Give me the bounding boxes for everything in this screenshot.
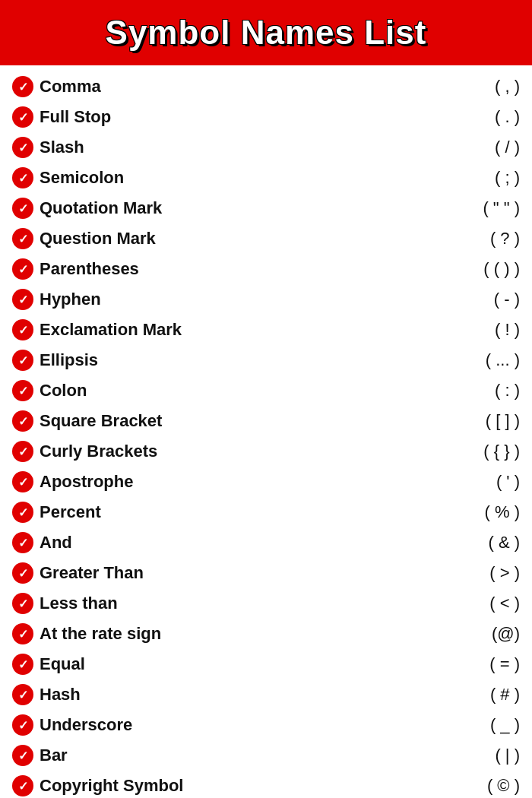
list-item: Hyphen( - ): [12, 284, 520, 315]
symbol-value: ( " " ): [429, 198, 520, 218]
check-icon: [12, 167, 33, 188]
check-icon: [12, 745, 33, 766]
symbol-name: Hash: [40, 685, 429, 705]
symbol-value: ( = ): [429, 654, 520, 674]
symbol-name: Percent: [40, 502, 429, 522]
symbol-value: ( / ): [429, 138, 520, 157]
check-icon: [12, 654, 33, 675]
symbol-list: Comma( , )Full Stop( . )Slash( / )Semico…: [0, 65, 532, 798]
symbol-value: ( , ): [429, 77, 520, 97]
symbol-value: (@): [429, 624, 520, 644]
list-item: Full Stop( . ): [12, 102, 520, 132]
list-item: Hash( # ): [12, 679, 520, 710]
list-item: Square Bracket( [ ] ): [12, 406, 520, 436]
page-title: Symbol Names List: [12, 14, 520, 52]
symbol-value: ( & ): [429, 533, 520, 553]
symbol-name: Equal: [40, 654, 429, 674]
check-icon: [12, 471, 33, 492]
list-item: Slash( / ): [12, 132, 520, 163]
symbol-name: Ellipsis: [40, 350, 429, 370]
check-icon: [12, 410, 33, 432]
list-item: Comma( , ): [12, 71, 520, 102]
check-icon: [12, 775, 33, 796]
symbol-value: ( ( ) ): [429, 259, 520, 279]
symbol-name: Underscore: [40, 715, 429, 735]
symbol-name: Semicolon: [40, 168, 429, 188]
check-icon: [12, 350, 33, 371]
list-item: Bar( | ): [12, 740, 520, 771]
check-icon: [12, 684, 33, 705]
check-icon: [12, 532, 33, 553]
list-item: Apostrophe( ' ): [12, 467, 520, 497]
symbol-value: ( ... ): [429, 350, 520, 370]
check-icon: [12, 623, 33, 644]
check-icon: [12, 289, 33, 310]
symbol-name: Exclamation Mark: [40, 320, 429, 340]
list-item: At the rate sign(@): [12, 619, 520, 649]
list-item: Exclamation Mark( ! ): [12, 315, 520, 345]
symbol-value: ( : ): [429, 381, 520, 401]
symbol-value: ( ' ): [429, 472, 520, 492]
symbol-name: Less than: [40, 594, 429, 613]
symbol-value: ( _ ): [429, 715, 520, 735]
symbol-name: Comma: [40, 77, 429, 97]
symbol-value: ( # ): [429, 685, 520, 705]
list-item: And( & ): [12, 527, 520, 558]
list-item: Ellipsis( ... ): [12, 345, 520, 375]
check-icon: [12, 562, 33, 584]
list-item: Colon( : ): [12, 375, 520, 406]
symbol-value: ( { } ): [429, 442, 520, 461]
symbol-name: At the rate sign: [40, 624, 429, 644]
symbol-value: ( < ): [429, 594, 520, 613]
list-item: Equal( = ): [12, 649, 520, 679]
symbol-value: ( ? ): [429, 229, 520, 249]
symbol-value: ( ; ): [429, 168, 520, 188]
symbol-name: Full Stop: [40, 107, 429, 127]
symbol-name: Slash: [40, 138, 429, 157]
symbol-name: Curly Brackets: [40, 442, 429, 461]
symbol-value: ( - ): [429, 290, 520, 309]
check-icon: [12, 593, 33, 614]
check-icon: [12, 76, 33, 97]
check-icon: [12, 228, 33, 249]
symbol-name: Quotation Mark: [40, 198, 429, 218]
symbol-name: Question Mark: [40, 229, 429, 249]
list-item: Percent( % ): [12, 497, 520, 527]
symbol-value: ( © ): [429, 776, 520, 796]
list-item: Underscore( _ ): [12, 710, 520, 740]
list-item: Parentheses( ( ) ): [12, 254, 520, 284]
page-header: Symbol Names List: [0, 0, 532, 65]
list-item: Curly Brackets( { } ): [12, 436, 520, 467]
check-icon: [12, 319, 33, 340]
list-item: Greater Than( > ): [12, 558, 520, 588]
symbol-name: Greater Than: [40, 563, 429, 583]
symbol-value: ( > ): [429, 563, 520, 583]
symbol-name: Copyright Symbol: [40, 776, 429, 796]
symbol-name: Colon: [40, 381, 429, 401]
symbol-value: ( ! ): [429, 320, 520, 340]
list-item: Quotation Mark( " " ): [12, 193, 520, 223]
symbol-name: Parentheses: [40, 259, 429, 279]
list-item: Question Mark( ? ): [12, 223, 520, 254]
symbol-value: ( . ): [429, 107, 520, 127]
symbol-name: And: [40, 533, 429, 553]
check-icon: [12, 106, 33, 128]
check-icon: [12, 137, 33, 158]
check-icon: [12, 714, 33, 736]
symbol-name: Bar: [40, 746, 429, 765]
check-icon: [12, 198, 33, 219]
check-icon: [12, 380, 33, 401]
symbol-value: ( | ): [429, 746, 520, 765]
check-icon: [12, 502, 33, 523]
list-item: Semicolon( ; ): [12, 163, 520, 193]
symbol-name: Apostrophe: [40, 472, 429, 492]
check-icon: [12, 441, 33, 462]
symbol-name: Hyphen: [40, 290, 429, 309]
list-item: Less than( < ): [12, 588, 520, 619]
check-icon: [12, 258, 33, 280]
symbol-value: ( [ ] ): [429, 411, 520, 431]
symbol-name: Square Bracket: [40, 411, 429, 431]
list-item: Copyright Symbol( © ): [12, 771, 520, 798]
symbol-value: ( % ): [429, 502, 520, 522]
